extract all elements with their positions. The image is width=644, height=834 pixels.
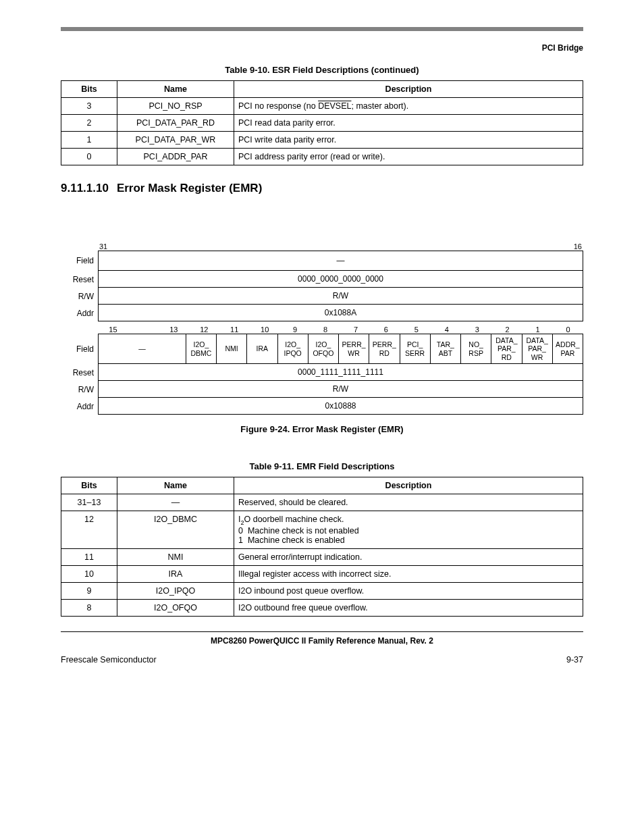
table-911: Bits Name Description 31–13—Reserved, sh… bbox=[61, 477, 583, 617]
bit-label: 5 bbox=[401, 325, 431, 334]
cell-bits: 3 bbox=[61, 98, 117, 115]
bit-label bbox=[128, 325, 159, 334]
col-bits: Bits bbox=[61, 477, 117, 494]
rw-lower: R/W bbox=[98, 381, 583, 398]
field-cell: I2O_IPQO bbox=[278, 334, 308, 364]
row-label-field: Field bbox=[61, 251, 98, 271]
row-label-rw: R/W bbox=[61, 381, 98, 398]
bit-label: 1 bbox=[522, 325, 553, 334]
bit-label: 31 bbox=[98, 242, 130, 251]
section-header: PCI Bridge bbox=[61, 43, 583, 53]
field-upper: — bbox=[98, 251, 583, 271]
header-rule bbox=[61, 27, 583, 31]
figure-caption: Figure 9-24. Error Mask Register (EMR) bbox=[61, 424, 583, 434]
cell-bits: 2 bbox=[61, 115, 117, 132]
field-lower: —I2O_DBMCNMIIRAI2O_IPQOI2O_OFQOPERR_WRPE… bbox=[98, 334, 583, 364]
cell-desc: I2O doorbell machine check.0 Machine che… bbox=[234, 511, 583, 549]
col-desc: Description bbox=[234, 477, 583, 494]
bit-label: 13 bbox=[159, 325, 189, 334]
cell-name: PCI_ADDR_PAR bbox=[117, 149, 234, 165]
cell-name: PCI_DATA_PAR_WR bbox=[117, 132, 234, 149]
footer-manual: MPC8260 PowerQUICC II Family Reference M… bbox=[61, 631, 583, 646]
row-label-field: Field bbox=[61, 334, 98, 364]
cell-desc: I2O outbound free queue overflow. bbox=[234, 599, 583, 616]
cell-bits: 31–13 bbox=[61, 494, 117, 511]
addr-upper: 0x1088A bbox=[98, 305, 583, 321]
cell-bits: 12 bbox=[61, 511, 117, 549]
field-cell: I2O_DBMC bbox=[186, 334, 217, 364]
cell-bits: 8 bbox=[61, 599, 117, 616]
row-label-rw: R/W bbox=[61, 288, 98, 305]
footer-right: 9-37 bbox=[566, 655, 583, 664]
bit-label: 12 bbox=[189, 325, 219, 334]
col-bits: Bits bbox=[61, 81, 117, 98]
cell-desc: PCI write data parity error. bbox=[234, 132, 583, 149]
field-cell: — bbox=[99, 334, 186, 364]
bit-label: 11 bbox=[219, 325, 250, 334]
cell-desc: PCI read data parity error. bbox=[234, 115, 583, 132]
cell-bits: 9 bbox=[61, 582, 117, 599]
field-cell: TAR_ABT bbox=[431, 334, 461, 364]
section-title: Error Mask Register (EMR) bbox=[117, 182, 262, 194]
cell-desc: PCI address parity error (read or write)… bbox=[234, 149, 583, 165]
cell-desc: Reserved, should be cleared. bbox=[234, 494, 583, 511]
bit-label: 16 bbox=[552, 242, 583, 251]
field-cell: PERR_WR bbox=[339, 334, 369, 364]
field-cell: PCI_SERR bbox=[400, 334, 431, 364]
row-label-reset: Reset bbox=[61, 271, 98, 288]
col-name: Name bbox=[117, 477, 234, 494]
cell-name: PCI_DATA_PAR_RD bbox=[117, 115, 234, 132]
bit-label: 4 bbox=[431, 325, 462, 334]
bit-label: 3 bbox=[462, 325, 492, 334]
cell-desc: I2O inbound post queue overflow. bbox=[234, 582, 583, 599]
cell-name: I2O_IPQO bbox=[117, 582, 234, 599]
field-cell: ADDR_PAR bbox=[553, 334, 583, 364]
addr-lower: 0x10888 bbox=[98, 398, 583, 415]
cell-bits: 1 bbox=[61, 132, 117, 149]
bit-label: 9 bbox=[280, 325, 311, 334]
table-910: Bits Name Description 3PCI_NO_RSPPCI no … bbox=[61, 80, 583, 165]
cell-name: I2O_OFQO bbox=[117, 599, 234, 616]
field-cell: I2O_OFQO bbox=[308, 334, 339, 364]
row-label-reset: Reset bbox=[61, 364, 98, 381]
cell-bits: 0 bbox=[61, 149, 117, 165]
field-cell: DATA_PAR_RD bbox=[491, 334, 522, 364]
field-cell: DATA_PAR_WR bbox=[522, 334, 553, 364]
cell-name: NMI bbox=[117, 548, 234, 565]
row-label-addr: Addr bbox=[61, 305, 98, 321]
reset-lower: 0000_1111_1111_1111 bbox=[98, 364, 583, 381]
field-cell: IRA bbox=[247, 334, 277, 364]
bit-label: 15 bbox=[98, 325, 128, 334]
section-heading: 9.11.1.10Error Mask Register (EMR) bbox=[61, 182, 583, 195]
col-desc: Description bbox=[234, 81, 583, 98]
cell-desc: PCI no response (no DEVSEL; master abort… bbox=[234, 98, 583, 115]
cell-name: PCI_NO_RSP bbox=[117, 98, 234, 115]
rw-upper: R/W bbox=[98, 288, 583, 305]
bit-label: 10 bbox=[250, 325, 280, 334]
reset-upper: 0000_0000_0000_0000 bbox=[98, 271, 583, 288]
cell-bits: 11 bbox=[61, 548, 117, 565]
cell-name: — bbox=[117, 494, 234, 511]
field-cell: NO_RSP bbox=[461, 334, 491, 364]
cell-name: I2O_DBMC bbox=[117, 511, 234, 549]
table-910-caption: Table 9-10. ESR Field Descriptions (cont… bbox=[61, 65, 583, 75]
bit-label: 6 bbox=[371, 325, 401, 334]
bit-label: 8 bbox=[311, 325, 341, 334]
cell-name: IRA bbox=[117, 565, 234, 582]
table-911-caption: Table 9-11. EMR Field Descriptions bbox=[61, 461, 583, 471]
bit-label: 2 bbox=[492, 325, 522, 334]
cell-bits: 10 bbox=[61, 565, 117, 582]
section-number: 9.11.1.10 bbox=[61, 182, 109, 195]
bit-label: 0 bbox=[553, 325, 583, 334]
register-diagram: 31 16 Field — Reset 0000_0000_0000_0000 … bbox=[61, 242, 583, 415]
bit-label: 7 bbox=[341, 325, 371, 334]
field-cell: NMI bbox=[217, 334, 247, 364]
col-name: Name bbox=[117, 81, 234, 98]
footer-left: Freescale Semiconductor bbox=[61, 655, 157, 664]
cell-desc: General error/interrupt indication. bbox=[234, 548, 583, 565]
field-cell: PERR_RD bbox=[369, 334, 400, 364]
row-label-addr: Addr bbox=[61, 398, 98, 415]
cell-desc: Illegal register access with incorrect s… bbox=[234, 565, 583, 582]
